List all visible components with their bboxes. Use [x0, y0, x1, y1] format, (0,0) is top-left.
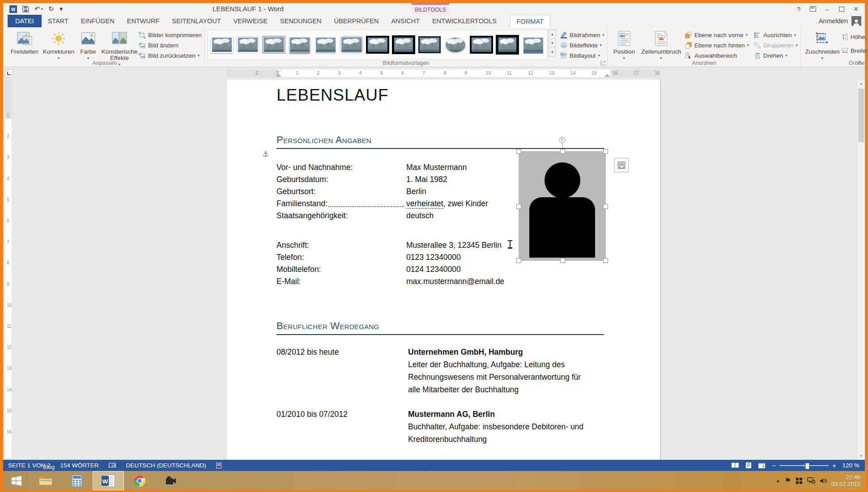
tab-ueberpruefen[interactable]: ÜBERPRÜFEN: [328, 15, 385, 27]
picture-style-thumb[interactable]: [444, 35, 467, 55]
volume-icon[interactable]: [820, 478, 827, 484]
tray-clock[interactable]: 22:46 03.07.2015: [831, 474, 860, 488]
bildrahmen-button[interactable]: Bildrahmen ▾: [560, 30, 604, 40]
hanging-indent-marker[interactable]: [276, 71, 281, 77]
tab-einfuegen[interactable]: EINFÜGEN: [75, 15, 121, 27]
zeilenumbruch-button[interactable]: Zeilenumbruch ▾: [638, 29, 685, 61]
picture-style-thumb[interactable]: [340, 35, 363, 55]
tab-entwicklertools[interactable]: ENTWICKLERTOOLS: [426, 15, 503, 27]
bildeffekte-button[interactable]: Bildeffekte ▾: [560, 40, 604, 50]
taskbar-calculator-button[interactable]: [61, 471, 93, 490]
bild-zuruecksetzen-button[interactable]: Bild zurücksetzen ▾: [138, 51, 202, 60]
language-indicator[interactable]: DEUTSCH (DEUTSCHLAND): [121, 462, 211, 469]
picture-style-thumb[interactable]: [314, 35, 337, 55]
web-layout-button[interactable]: [758, 462, 766, 469]
picture-style-thumb[interactable]: [392, 35, 415, 55]
vertical-scrollbar[interactable]: ▲ ▼: [857, 80, 865, 460]
tab-sendungen[interactable]: SENDUNGEN: [274, 15, 328, 27]
resize-handle[interactable]: [603, 204, 608, 209]
resize-handle[interactable]: [516, 204, 521, 209]
scroll-down-button[interactable]: ▼: [857, 452, 865, 460]
scrollbar-thumb[interactable]: [858, 89, 864, 142]
read-mode-button[interactable]: [731, 462, 739, 469]
tab-ansicht[interactable]: ANSICHT: [385, 15, 426, 27]
redo-button[interactable]: ↻: [48, 5, 54, 13]
tab-start[interactable]: START: [42, 15, 75, 27]
ebene-nach-vorne-button[interactable]: Ebene nach vorne ▾: [685, 30, 749, 40]
right-indent-marker[interactable]: [604, 71, 610, 77]
taskbar-word-button[interactable]: W: [93, 471, 124, 490]
sign-in[interactable]: Anmelden: [819, 15, 865, 27]
resize-handle[interactable]: [516, 149, 521, 154]
document-page[interactable]: LEBENSLAUF Persönlichen Angaben ⚓ Vor- u…: [226, 80, 660, 460]
selected-picture[interactable]: ↻: [519, 151, 606, 261]
bild-aendern-button[interactable]: Bild ändern: [138, 40, 202, 50]
gallery-more-button[interactable]: ▼: [549, 48, 556, 56]
zoom-slider-knob[interactable]: [805, 463, 809, 469]
korrekturen-button[interactable]: Korrekturen ▾: [42, 29, 76, 61]
zoom-out-button[interactable]: −: [772, 462, 776, 469]
print-layout-button[interactable]: [745, 462, 752, 469]
help-button[interactable]: ?: [791, 3, 806, 15]
resize-handle[interactable]: [516, 258, 521, 263]
scroll-up-button[interactable]: ▲: [857, 80, 865, 87]
drehen-button[interactable]: Drehen ▾: [753, 51, 798, 60]
position-button[interactable]: Position ▾: [610, 29, 638, 61]
tab-verweise[interactable]: VERWEISE: [227, 15, 274, 27]
word-count[interactable]: 154 WÖRTER: [55, 462, 104, 469]
zoom-in-button[interactable]: +: [832, 462, 836, 469]
gruppieren-button[interactable]: Gruppieren ▾: [753, 40, 798, 50]
start-button[interactable]: [3, 471, 30, 490]
auswahlbereich-button[interactable]: Auswahlbereich: [685, 51, 749, 60]
resize-handle[interactable]: [560, 258, 565, 263]
farbe-button[interactable]: Farbe ▾: [76, 29, 101, 61]
bildlayout-button[interactable]: Bildlayout ▾: [560, 51, 604, 60]
zoom-percentage[interactable]: 120 %: [842, 462, 859, 469]
picture-style-thumb[interactable]: [366, 35, 389, 55]
picture-style-thumb[interactable]: [288, 35, 311, 55]
taskbar-chrome-button[interactable]: [124, 471, 155, 490]
picture-style-thumb[interactable]: [418, 35, 441, 55]
ribbon-display-options-button[interactable]: [806, 3, 820, 15]
resize-handle[interactable]: [603, 258, 608, 263]
undo-button[interactable]: ↶▾: [34, 5, 43, 13]
picture-style-thumb[interactable]: [522, 35, 545, 55]
tab-datei[interactable]: DATEI: [8, 15, 42, 27]
ausrichten-button[interactable]: Ausrichten ▾: [753, 30, 798, 40]
close-button[interactable]: ×: [849, 3, 863, 15]
restore-button[interactable]: [834, 3, 849, 15]
zuschneiden-button[interactable]: Zuschneiden ▾: [804, 29, 841, 61]
macro-recording-button[interactable]: [211, 462, 228, 469]
proofing-status[interactable]: [104, 462, 121, 469]
tray-expand-button[interactable]: ▲: [776, 478, 780, 483]
tab-format[interactable]: FORMAT: [510, 15, 550, 28]
resize-handle[interactable]: [603, 149, 608, 154]
picture-style-thumb[interactable]: [210, 35, 234, 55]
customize-qat-button[interactable]: ▾: [60, 5, 63, 13]
picture-style-thumb[interactable]: [262, 35, 285, 55]
rotation-handle[interactable]: ↻: [559, 137, 566, 143]
taskbar-explorer-button[interactable]: [30, 471, 61, 490]
tab-entwurf[interactable]: ENTWURF: [121, 15, 166, 27]
picture-style-thumb[interactable]: [236, 35, 260, 55]
taskbar-camera-button[interactable]: [155, 471, 187, 490]
gallery-up-button[interactable]: ▲: [549, 30, 556, 39]
picture-style-thumb[interactable]: [496, 35, 519, 55]
zoom-slider[interactable]: [779, 465, 829, 466]
bilder-komprimieren-button[interactable]: Bilder komprimieren: [138, 30, 202, 40]
collapse-ribbon-button[interactable]: [857, 61, 861, 65]
resize-handle[interactable]: [560, 149, 565, 154]
freistellen-button[interactable]: Freistellen: [8, 29, 42, 55]
tray-window-icon[interactable]: [796, 477, 803, 484]
gallery-down-button[interactable]: ▼: [549, 39, 556, 48]
picture-style-thumb[interactable]: [470, 35, 493, 55]
action-center-flag-icon[interactable]: ⚑: [785, 476, 791, 485]
ebene-nach-hinten-button[interactable]: Ebene nach hinten ▾: [685, 40, 749, 50]
tab-selector[interactable]: [5, 69, 13, 77]
network-icon[interactable]: [807, 477, 815, 484]
dialog-launcher-icon[interactable]: [601, 60, 606, 65]
minimize-button[interactable]: –: [820, 3, 834, 15]
layout-options-button[interactable]: [614, 158, 629, 172]
save-button[interactable]: [22, 6, 29, 13]
tab-seitenlayout[interactable]: SEITENLAYOUT: [166, 15, 227, 27]
